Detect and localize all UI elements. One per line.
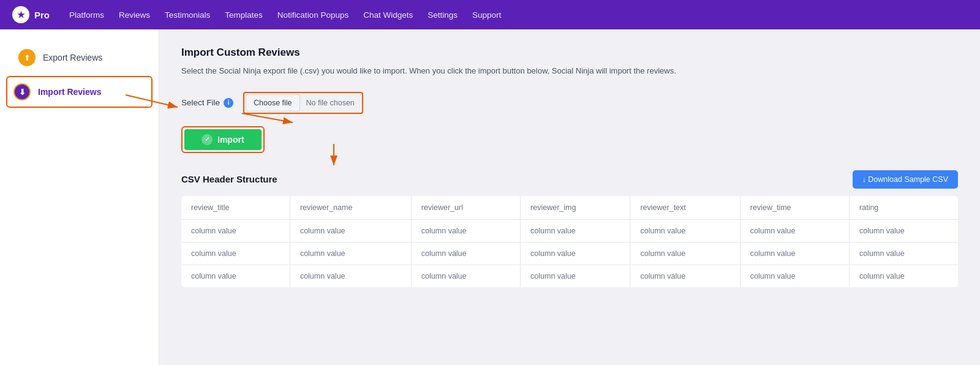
brand-icon: ★ bbox=[12, 6, 29, 23]
sidebar-item-export-reviews[interactable]: ⬆ Export Reviews bbox=[6, 42, 153, 73]
nav-links: PlatformsReviewsTestimonialsTemplatesNot… bbox=[69, 10, 501, 20]
csv-section: CSV Header Structure ↓ Download Sample C… bbox=[181, 170, 958, 287]
csv-col-reviewer_img: reviewer_img bbox=[521, 196, 630, 220]
cell-2-6: column value bbox=[850, 265, 958, 287]
nav-link-settings[interactable]: Settings bbox=[428, 10, 458, 20]
csv-col-reviewer_text: reviewer_text bbox=[630, 196, 740, 220]
cell-1-2: column value bbox=[411, 242, 520, 265]
cell-2-4: column value bbox=[630, 265, 740, 287]
layout: ⬆ Export Reviews ⬇ Import Reviews Import… bbox=[0, 29, 980, 365]
csv-col-review_title: review_title bbox=[181, 196, 290, 220]
file-input-wrapper: Choose file No file chosen bbox=[243, 92, 363, 114]
csv-col-review_time: review_time bbox=[740, 196, 849, 220]
csv-section-title: CSV Header Structure bbox=[181, 174, 277, 184]
cell-2-2: column value bbox=[411, 265, 520, 287]
csv-table: review_titlereviewer_namereviewer_urlrev… bbox=[181, 196, 958, 287]
csv-col-reviewer_name: reviewer_name bbox=[290, 196, 411, 220]
brand: ★ Pro bbox=[12, 6, 50, 23]
import-button-wrapper: ✓ Import bbox=[181, 126, 265, 153]
brand-label: Pro bbox=[34, 10, 50, 20]
cell-2-1: column value bbox=[290, 265, 411, 287]
table-row: column valuecolumn valuecolumn valuecolu… bbox=[181, 242, 958, 265]
export-icon: ⬆ bbox=[18, 49, 36, 66]
csv-table-head: review_titlereviewer_namereviewer_urlrev… bbox=[181, 196, 958, 220]
nav-link-chat-widgets[interactable]: Chat Widgets bbox=[363, 10, 413, 20]
cell-0-3: column value bbox=[521, 219, 630, 242]
nav-link-templates[interactable]: Templates bbox=[225, 10, 263, 20]
download-sample-csv-button[interactable]: ↓ Download Sample CSV bbox=[853, 170, 958, 189]
info-icon[interactable]: i bbox=[224, 98, 233, 108]
cell-0-6: column value bbox=[850, 219, 958, 242]
file-name-label: No file chosen bbox=[300, 99, 361, 107]
select-file-label: Select File i bbox=[181, 98, 233, 108]
csv-col-rating: rating bbox=[850, 196, 958, 220]
sidebar-item-label-import: Import Reviews bbox=[38, 87, 101, 97]
cell-0-5: column value bbox=[740, 219, 849, 242]
cell-2-3: column value bbox=[521, 265, 630, 287]
import-icon: ⬇ bbox=[13, 83, 31, 100]
choose-file-button[interactable]: Choose file bbox=[246, 94, 300, 111]
brand-star-icon: ★ bbox=[17, 10, 25, 20]
cell-0-0: column value bbox=[181, 219, 290, 242]
page-description: Select the Social Ninja export file (.cs… bbox=[181, 65, 958, 77]
sidebar-item-label-export: Export Reviews bbox=[43, 53, 102, 62]
cell-1-4: column value bbox=[630, 242, 740, 265]
cell-0-1: column value bbox=[290, 219, 411, 242]
cell-0-2: column value bbox=[411, 219, 520, 242]
cell-0-4: column value bbox=[630, 219, 740, 242]
main-content: Import Custom Reviews Select the Social … bbox=[159, 29, 980, 365]
csv-header-row: CSV Header Structure ↓ Download Sample C… bbox=[181, 170, 958, 189]
cell-1-1: column value bbox=[290, 242, 411, 265]
table-row: column valuecolumn valuecolumn valuecolu… bbox=[181, 265, 958, 287]
table-row: column valuecolumn valuecolumn valuecolu… bbox=[181, 219, 958, 242]
csv-table-body: column valuecolumn valuecolumn valuecolu… bbox=[181, 219, 958, 287]
import-btn-icon: ✓ bbox=[202, 134, 213, 145]
cell-1-6: column value bbox=[850, 242, 958, 265]
import-button[interactable]: ✓ Import bbox=[184, 129, 262, 150]
cell-1-3: column value bbox=[521, 242, 630, 265]
csv-col-reviewer_url: reviewer_url bbox=[411, 196, 520, 220]
navbar: ★ Pro PlatformsReviewsTestimonialsTempla… bbox=[0, 0, 980, 29]
nav-link-reviews[interactable]: Reviews bbox=[119, 10, 150, 20]
cell-2-5: column value bbox=[740, 265, 849, 287]
nav-link-platforms[interactable]: Platforms bbox=[69, 10, 104, 20]
nav-link-testimonials[interactable]: Testimonials bbox=[165, 10, 210, 20]
cell-2-0: column value bbox=[181, 265, 290, 287]
cell-1-5: column value bbox=[740, 242, 849, 265]
nav-link-notification-popups[interactable]: Notification Popups bbox=[277, 10, 349, 20]
page-title: Import Custom Reviews bbox=[181, 47, 958, 59]
nav-link-support[interactable]: Support bbox=[472, 10, 501, 20]
sidebar: ⬆ Export Reviews ⬇ Import Reviews bbox=[0, 29, 159, 365]
file-select-row: Select File i Choose file No file chosen bbox=[181, 92, 958, 114]
csv-header-row-tr: review_titlereviewer_namereviewer_urlrev… bbox=[181, 196, 958, 220]
cell-1-0: column value bbox=[181, 242, 290, 265]
sidebar-item-import-reviews[interactable]: ⬇ Import Reviews bbox=[6, 76, 153, 108]
